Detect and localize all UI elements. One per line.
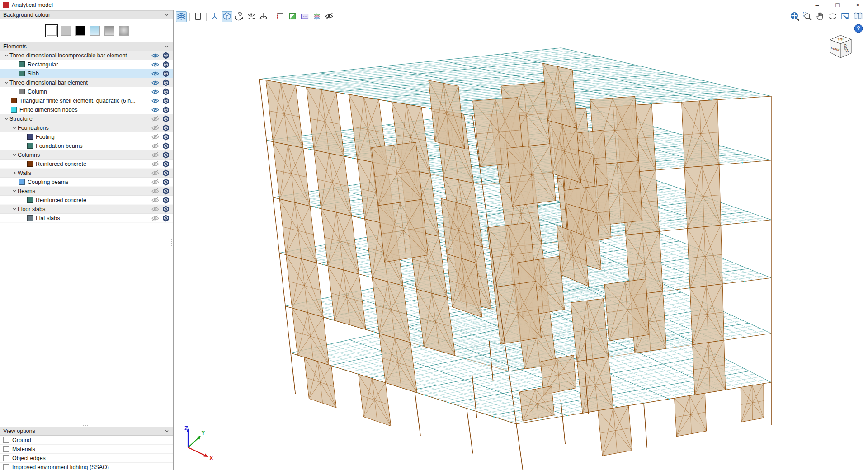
mesh-settings-icon[interactable] xyxy=(160,61,171,68)
mesh-settings-icon[interactable] xyxy=(160,124,171,132)
visibility-eye-off-icon[interactable] xyxy=(150,116,160,122)
previous-view-button[interactable] xyxy=(840,11,851,22)
slab-planes-button[interactable] xyxy=(176,11,187,22)
local-axes-button[interactable] xyxy=(209,11,220,22)
tree-row-columns[interactable]: Columns xyxy=(0,150,173,160)
elements-header[interactable]: Elements xyxy=(0,42,173,51)
turntable-view-button[interactable] xyxy=(258,11,269,22)
element-info-button[interactable] xyxy=(193,11,203,22)
visibility-eye-off-icon[interactable] xyxy=(150,170,160,176)
mesh-settings-icon[interactable] xyxy=(160,160,171,168)
view-cube[interactable]: Top Front Right xyxy=(824,32,857,66)
tree-row-finite-dimension-nodes[interactable]: Finite dimension nodes xyxy=(0,105,173,114)
tree-row-structure[interactable]: Structure xyxy=(0,114,173,123)
tree-row-walls[interactable]: Walls xyxy=(0,169,173,178)
visibility-eye-icon[interactable] xyxy=(150,89,160,94)
visibility-eye-off-icon[interactable] xyxy=(150,179,160,185)
tree-row-foundations[interactable]: Foundations xyxy=(0,123,173,132)
view-option-materials[interactable]: Materials xyxy=(0,445,173,454)
view-options-splitter-grip[interactable] xyxy=(0,425,173,426)
visibility-eye-off-icon[interactable] xyxy=(150,197,160,203)
mesh-settings-icon[interactable] xyxy=(160,169,171,177)
chevron-down-icon[interactable] xyxy=(11,207,18,212)
checkbox[interactable] xyxy=(3,437,9,443)
zoom-window-button[interactable] xyxy=(802,11,813,22)
mesh-settings-icon[interactable] xyxy=(160,115,171,122)
bg-swatch-blue-gradient[interactable] xyxy=(90,26,100,36)
tree-row-slab[interactable]: Slab xyxy=(0,69,173,78)
mesh-settings-icon[interactable] xyxy=(160,215,171,222)
checkbox[interactable] xyxy=(3,455,9,461)
chevron-down-icon[interactable] xyxy=(11,189,18,193)
mesh-settings-icon[interactable] xyxy=(160,106,171,113)
view-option-ground[interactable]: Ground xyxy=(0,436,173,445)
bg-swatch-light-grey[interactable] xyxy=(61,26,71,36)
mesh-settings-icon[interactable] xyxy=(160,79,171,86)
visibility-eye-off-icon[interactable] xyxy=(150,188,160,194)
orbit-view-button[interactable] xyxy=(246,11,257,22)
orbit-button[interactable] xyxy=(827,11,838,22)
chevron-down-icon[interactable] xyxy=(11,153,18,157)
tree-row-flat-slabs[interactable]: Flat slabs xyxy=(0,214,173,223)
checkbox[interactable] xyxy=(3,446,9,452)
mesh-settings-icon[interactable] xyxy=(160,88,171,95)
visibility-eye-off-icon[interactable] xyxy=(150,152,160,158)
tree-row-triangular-finite-shell-element-quadrati[interactable]: Triangular finite shell element, quadrat… xyxy=(0,96,173,105)
minimize-button[interactable]: – xyxy=(807,0,827,10)
close-button[interactable]: × xyxy=(848,0,868,10)
tree-row-coupling-beams[interactable]: Coupling beams xyxy=(0,178,173,187)
display-layers-button[interactable] xyxy=(311,11,322,22)
tree-row-column[interactable]: Column xyxy=(0,87,173,96)
bg-swatch-black[interactable] xyxy=(75,26,85,36)
tree-row-three-dimensional-incompressible-bar-ele[interactable]: Three-dimensional incompressible bar ele… xyxy=(0,51,173,60)
tree-row-reinforced-concrete[interactable]: Reinforced concrete xyxy=(0,160,173,169)
visibility-eye-icon[interactable] xyxy=(150,53,160,58)
mesh-settings-icon[interactable] xyxy=(160,133,171,141)
visibility-eye-off-icon[interactable] xyxy=(150,215,160,221)
mesh-settings-icon[interactable] xyxy=(160,97,171,104)
section-box-button[interactable] xyxy=(275,11,286,22)
visibility-eye-off-icon[interactable] xyxy=(150,143,160,149)
mesh-settings-icon[interactable] xyxy=(160,52,171,59)
chevron-down-icon[interactable] xyxy=(3,117,9,121)
tree-row-floor-slabs[interactable]: Floor slabs xyxy=(0,205,173,214)
hide-elements-button[interactable] xyxy=(324,11,335,22)
solid-view-button[interactable] xyxy=(222,11,232,22)
rotate-view-button[interactable] xyxy=(234,11,245,22)
tree-row-beams[interactable]: Beams xyxy=(0,187,173,196)
tree-row-footing[interactable]: Footing xyxy=(0,132,173,141)
chevron-right-icon[interactable] xyxy=(11,171,18,175)
mesh-settings-icon[interactable] xyxy=(160,179,171,186)
sidebar-splitter-grip[interactable] xyxy=(171,239,172,246)
visibility-eye-icon[interactable] xyxy=(150,98,160,103)
model-3d-viewport[interactable] xyxy=(174,10,868,470)
mesh-settings-icon[interactable] xyxy=(160,142,171,150)
building-model-render[interactable] xyxy=(174,10,868,470)
clip-plane-green-button[interactable] xyxy=(287,11,298,22)
visibility-eye-icon[interactable] xyxy=(150,62,160,67)
bg-swatch-white[interactable] xyxy=(47,26,57,36)
clip-plane-purple-button[interactable] xyxy=(299,11,310,22)
visibility-eye-off-icon[interactable] xyxy=(150,134,160,140)
tree-row-rectangular[interactable]: Rectangular xyxy=(0,60,173,69)
chevron-down-icon[interactable] xyxy=(3,53,9,58)
visibility-eye-icon[interactable] xyxy=(150,71,160,76)
tree-row-reinforced-concrete[interactable]: Reinforced concrete xyxy=(0,196,173,205)
visibility-eye-icon[interactable] xyxy=(150,107,160,113)
view-option-object-edges[interactable]: Object edges xyxy=(0,454,173,463)
visibility-eye-icon[interactable] xyxy=(150,80,160,85)
mesh-settings-icon[interactable] xyxy=(160,151,171,159)
view-option-improved-environment-lighting-ssao[interactable]: Improved environment lighting (SSAO) xyxy=(0,463,173,470)
maximize-button[interactable]: □ xyxy=(827,0,848,10)
tree-row-three-dimensional-bar-element[interactable]: Three-dimensional bar element xyxy=(0,78,173,87)
view-options-header[interactable]: View options xyxy=(0,427,173,436)
visibility-eye-off-icon[interactable] xyxy=(150,206,160,212)
mesh-settings-icon[interactable] xyxy=(160,197,171,204)
pan-button[interactable] xyxy=(815,11,826,22)
chevron-down-icon[interactable] xyxy=(11,126,18,130)
chevron-down-icon[interactable] xyxy=(3,80,9,85)
visibility-eye-off-icon[interactable] xyxy=(150,161,160,167)
background-colour-header[interactable]: Background colour xyxy=(0,10,173,19)
bg-swatch-radial-grey[interactable] xyxy=(119,26,129,36)
open-manual-button[interactable] xyxy=(853,11,863,22)
